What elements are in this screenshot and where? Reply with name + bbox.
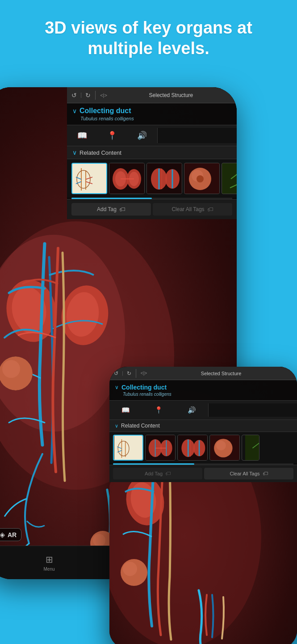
nav-controls-front: ↺ | ↻ <box>114 370 131 377</box>
scroll-thumb-front <box>113 463 194 465</box>
menu-nav-item[interactable]: ⊞ Menu <box>0 554 112 572</box>
sound-icon-front: 🔊 <box>188 406 196 414</box>
related-chevron-icon[interactable]: ∨ <box>72 149 77 156</box>
svg-point-34 <box>197 175 204 182</box>
tag-icon: 🏷 <box>119 206 125 213</box>
nav-back-icon[interactable]: ↺ <box>71 92 77 99</box>
related-content-label: Related Content <box>79 149 121 156</box>
extra-action <box>157 128 237 143</box>
top-bar-front: ↺ | ↻ <|> Selected Structure <box>109 367 297 380</box>
book-action-front[interactable]: 📖 <box>109 403 142 417</box>
top-bar-divider <box>95 91 96 100</box>
nav-forward-icon[interactable]: ↻ <box>85 92 91 99</box>
thumbnail-strip-front <box>109 432 297 463</box>
nav-forward-icon-front[interactable]: ↻ <box>127 370 131 377</box>
pin-icon-front: 📍 <box>155 406 163 414</box>
bottom-action-bar-front: Add Tag 🏷 Clear All Tags 🏷 <box>109 465 297 482</box>
thumbnail-front-1[interactable] <box>113 435 143 461</box>
scroll-thumb-back <box>71 198 152 199</box>
structure-subtitle: Tubulus renalis colligens <box>67 116 237 125</box>
selected-structure-label-front: Selected Structure <box>150 371 293 376</box>
svg-rect-67 <box>245 435 259 461</box>
structure-subtitle-front: Tubulus renalis colligens <box>109 392 297 400</box>
ar-cube-icon: ◈ <box>0 530 5 539</box>
svg-rect-35 <box>222 163 237 194</box>
menu-icon: ⊞ <box>46 554 53 565</box>
header-section: 3D views of key organs at multiple level… <box>0 0 297 72</box>
sound-action-front[interactable]: 🔊 <box>176 403 209 417</box>
tag-icon-front: 🏷 <box>165 470 171 477</box>
related-header-back: ∨ Related Content <box>67 146 237 159</box>
bottom-action-bar-back: Add Tag 🏷 Clear All Tags 🏷 <box>67 199 237 219</box>
ui-panel-front: ↺ | ↻ <|> Selected Structure ∨ Collectin… <box>109 367 297 482</box>
structure-title: Collecting duct <box>79 107 131 115</box>
nav-divider-front: | <box>122 370 123 377</box>
thumbnail-front-5[interactable] <box>242 435 259 461</box>
thumbnail-front-3[interactable] <box>177 435 208 461</box>
action-bar-front: 📖 📍 🔊 <box>109 400 297 420</box>
add-tag-label-front: Add Tag <box>145 471 163 476</box>
add-tag-button[interactable]: Add Tag 🏷 <box>71 203 151 216</box>
book-icon: 📖 <box>77 131 87 140</box>
related-header-front: ∨ Related Content <box>109 420 297 432</box>
nav-divider: | <box>80 92 82 99</box>
pin-icon: 📍 <box>107 131 117 140</box>
ar-label: AR <box>8 531 17 538</box>
thumbnail-front-4[interactable] <box>209 435 240 461</box>
structure-name-row: ∨ Collecting duct <box>67 103 237 116</box>
extra-action-front <box>208 403 297 417</box>
sound-icon: 🔊 <box>137 131 147 140</box>
top-bar-divider-front <box>136 369 136 378</box>
thumbnail-2[interactable] <box>109 163 145 194</box>
svg-point-66 <box>216 441 226 450</box>
related-content-label-front: Related Content <box>121 423 160 429</box>
clear-icon: 🏷 <box>207 206 213 213</box>
scroll-indicator-front <box>113 463 293 465</box>
book-action[interactable]: 📖 <box>67 128 97 143</box>
add-tag-label: Add Tag <box>97 206 117 212</box>
svg-rect-11 <box>72 164 107 194</box>
chevron-icon[interactable]: ∨ <box>72 107 77 114</box>
related-chevron-icon-front[interactable]: ∨ <box>115 423 118 429</box>
thumbnail-1[interactable] <box>71 163 107 194</box>
add-tag-button-front[interactable]: Add Tag 🏷 <box>113 468 202 479</box>
structure-name-row-front: ∨ Collecting duct <box>109 380 297 392</box>
sound-action[interactable]: 🔊 <box>127 128 157 143</box>
top-bar-back: ↺ | ↻ <|> Selected Structure <box>67 87 237 103</box>
menu-label: Menu <box>43 567 54 572</box>
clear-icon-front: 🏷 <box>263 470 268 477</box>
clear-tags-button[interactable]: Clear All Tags 🏷 <box>153 203 232 216</box>
header-title: 3D views of key organs at multiple level… <box>27 18 270 59</box>
clear-tags-button-front[interactable]: Clear All Tags 🏷 <box>204 468 293 479</box>
phone-front-device: ↺ | ↻ <|> Selected Structure ∨ Collectin… <box>109 367 297 644</box>
structure-title-front: Collecting duct <box>121 384 167 391</box>
clear-tags-label: Clear All Tags <box>172 206 204 212</box>
thumbnail-3[interactable] <box>146 163 182 194</box>
bracket-icon-front: <|> <box>141 371 147 376</box>
thumbnail-strip-back <box>67 159 237 198</box>
thumbnail-4[interactable] <box>184 163 220 194</box>
bracket-icon: <|> <box>100 93 107 98</box>
chevron-icon-front[interactable]: ∨ <box>115 384 119 390</box>
nav-controls: ↺ | ↻ <box>71 92 91 99</box>
action-bar-back: 📖 📍 🔊 <box>67 125 237 146</box>
nav-back-icon-front[interactable]: ↺ <box>114 370 118 377</box>
selected-structure-label: Selected Structure <box>110 92 232 98</box>
clear-tags-label-front: Clear All Tags <box>230 471 259 476</box>
pin-action-front[interactable]: 📍 <box>142 403 176 417</box>
thumbnail-5[interactable] <box>222 163 237 194</box>
book-icon-front: 📖 <box>121 406 130 414</box>
pin-action[interactable]: 📍 <box>97 128 127 143</box>
ar-badge[interactable]: ◈ AR <box>0 528 21 541</box>
ui-panel-back: ↺ | ↻ <|> Selected Structure ∨ Collectin… <box>67 87 237 219</box>
thumbnail-front-2[interactable] <box>145 435 176 461</box>
scroll-indicator-back <box>71 198 232 199</box>
